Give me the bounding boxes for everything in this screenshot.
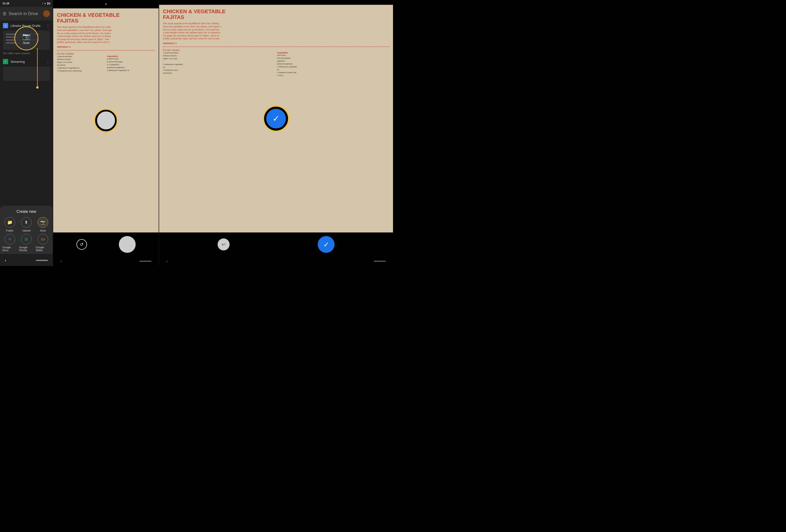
create-item-folder[interactable]: 📁 Folder xyxy=(2,217,17,232)
sheets-icon: + xyxy=(3,59,8,64)
create-item-sheets[interactable]: ⊞ Google Sheets xyxy=(19,234,33,252)
confirm-outer-ring: ✓ xyxy=(263,106,289,132)
rotate-icon: ↺ xyxy=(80,242,84,247)
sheets-icon-circle: ⊞ xyxy=(21,234,32,245)
recipe-ingredients-right: 1 pound boneless,skinless chickenthighs,… xyxy=(163,51,389,77)
preview-bottom-controls: ↩ ✓ xyxy=(159,232,393,256)
dotted-divider-center xyxy=(57,50,155,51)
create-new-grid: 📁 Folder ⬆ Upload 📷 Scan ≡ Google Docs ⊞… xyxy=(0,217,53,252)
done-checkmark-icon: ✓ xyxy=(323,240,329,249)
veg-header-right: Vegetables xyxy=(277,51,389,54)
home-pill-right[interactable] xyxy=(374,261,386,262)
chicken-section-center: For the Chicken xyxy=(57,52,155,55)
more-icon-lifewire[interactable]: ⋮ xyxy=(46,23,50,28)
battery-icon: ▮ xyxy=(49,2,50,4)
create-new-title: Create new xyxy=(0,209,53,214)
veg-ingredient-4: 1 tablespoon vegetable oil xyxy=(107,69,155,72)
scan-label-highlight: Scan xyxy=(23,41,29,45)
search-bar[interactable]: ☰ Search in Drive xyxy=(0,7,53,21)
back-button-right[interactable]: ‹ xyxy=(166,259,167,263)
drive-panel: 11:18 ᛒ ▲ ▐ ▮ ☰ Search in Drive ≡ Lifewi… xyxy=(0,0,53,266)
chicken-section-right: For the Chicken xyxy=(163,49,389,51)
bottom-nav-drive: ‹ xyxy=(0,254,53,266)
status-icons: ᛒ ▲ ▐ ▮ xyxy=(42,2,50,4)
shutter-inner-circle xyxy=(97,111,115,130)
veg-ingredient-1: p sliced onion xyxy=(107,57,155,61)
create-item-upload[interactable]: ⬆ Upload xyxy=(19,217,33,232)
upload-icon-circle: ⬆ xyxy=(21,217,32,228)
veg-r1: iced onion xyxy=(277,54,389,57)
signal-icon: ▐ xyxy=(47,2,48,4)
top-spacer-right xyxy=(159,0,393,5)
hamburger-icon[interactable]: ☰ xyxy=(3,11,6,16)
slides-icon-circle: ▭ xyxy=(38,234,48,245)
veg-ingredient-3: or 2 jalapeños,quartered lengthwise xyxy=(107,63,155,69)
chicken-ingredient-r2: 1 tablespoon vegetableoil xyxy=(163,63,275,69)
create-new-modal: Create new 📁 Folder ⬆ Upload 📷 Scan ≡ Go… xyxy=(0,206,53,254)
veg-r4: 1 tablespoon vegetableoil xyxy=(277,65,389,71)
bottom-nav-right: ‹ xyxy=(159,256,393,266)
veg-r5: 1 teaspoon kosher salt xyxy=(277,71,389,74)
chicken-ingredient-r3: ½ teaspoons tacoseasoning xyxy=(163,69,275,74)
chicken-ingredient-1: 1 pound bonelessskinless chickenthighs, … xyxy=(57,55,105,67)
back-button-drive[interactable]: ‹ xyxy=(5,258,6,263)
veg-r3: alapeños,artered lengthwise xyxy=(277,60,389,65)
checkmark-icon: ✓ xyxy=(273,114,280,124)
chicken-ingredient-2: 1 tablespoon vegetable oil xyxy=(57,67,105,69)
scan-icon-circle: 📷 xyxy=(38,217,48,228)
folder-label: Folder xyxy=(6,229,14,232)
confirm-button-overlay[interactable]: ✓ xyxy=(263,106,289,132)
bottom-nav-center: ‹ xyxy=(53,256,159,266)
back-button-center[interactable]: ‹ xyxy=(61,259,62,263)
recipe-content-center: CHICKEN & VEGETABLEFAJITAS This recipe a… xyxy=(53,8,159,76)
recipe-description-center: This recipe appeals to the lazy/efficien… xyxy=(57,26,155,44)
rotate-button[interactable]: ↺ xyxy=(76,239,87,250)
yellow-line xyxy=(37,48,38,86)
docs-label: Google Docs xyxy=(2,246,17,252)
folder-icon-circle: 📁 xyxy=(4,217,15,228)
undo-icon: ↩ xyxy=(222,241,226,247)
done-button[interactable]: ✓ xyxy=(318,236,334,253)
docs-icon-circle: ≡ xyxy=(4,234,15,245)
veg-r6: ½ teas... xyxy=(277,74,389,77)
create-item-docs[interactable]: ≡ Google Docs xyxy=(2,234,17,252)
create-item-slides[interactable]: ▭ Google Slides xyxy=(36,234,50,252)
recipe-col-veg-right: Vegetables iced onion iced bell pepper a… xyxy=(277,51,389,77)
scan-label: Scan xyxy=(40,229,46,232)
home-pill-center[interactable] xyxy=(139,261,152,262)
scan-viewport-center: CHICKEN & VEGETABLEFAJITAS This recipe a… xyxy=(53,8,159,232)
docs-icon: ≡ xyxy=(3,23,8,28)
home-pill-drive[interactable] xyxy=(36,260,48,261)
create-item-scan[interactable]: 📷 Scan xyxy=(36,217,50,232)
bluetooth-icon: ᛒ xyxy=(42,2,43,4)
chicken-ingredient-r1: 1 pound boneless,skinless chickenthighs,… xyxy=(163,51,275,63)
capture-button[interactable] xyxy=(119,236,136,253)
wifi-icon: ▲ xyxy=(44,2,46,4)
search-input[interactable]: Search in Drive xyxy=(9,11,41,16)
recipe-ingredients-center: 1 pound bonelessskinless chickenthighs, … xyxy=(57,55,155,72)
recipe-servings-center: SERVINGS: 6 xyxy=(57,46,155,48)
slides-label: Google Slides xyxy=(36,246,50,252)
confirm-inner-circle: ✓ xyxy=(266,109,286,129)
recipe-col-chicken: 1 pound bonelessskinless chickenthighs, … xyxy=(57,55,105,72)
avatar[interactable] xyxy=(43,10,50,17)
recipe-title-center: CHICKEN & VEGETABLEFAJITAS xyxy=(57,12,155,24)
status-bar: 11:18 ᛒ ▲ ▐ ▮ xyxy=(0,0,53,7)
scan-connector-line xyxy=(36,48,50,96)
undo-button[interactable]: ↩ xyxy=(217,238,230,250)
scan-preview-panel: CHICKEN & VEGETABLEFAJITAS This recipe a… xyxy=(159,0,393,266)
sheets-label: Google Sheets xyxy=(19,246,33,252)
camera-bottom-controls: ↺ xyxy=(53,232,159,256)
recipe-col-chicken-right: 1 pound boneless,skinless chickenthighs,… xyxy=(163,51,275,77)
scan-viewport-right: CHICKEN & VEGETABLEFAJITAS This recipe a… xyxy=(159,5,393,232)
status-time: 11:18 xyxy=(2,2,9,5)
chevron-icon-center[interactable]: ▾ xyxy=(53,0,159,8)
recipe-description-right: This recipe appeals to the lazy/efficien… xyxy=(163,22,389,40)
recipe-title-right: CHICKEN & VEGETABLEFAJITAS xyxy=(163,9,389,20)
recipe-content-right: CHICKEN & VEGETABLEFAJITAS This recipe a… xyxy=(159,5,393,81)
dotted-divider-right xyxy=(163,46,389,47)
shutter-button-overlay[interactable] xyxy=(94,109,118,133)
camera-icon-highlight: 📷 xyxy=(22,32,31,40)
yellow-dot xyxy=(36,86,39,89)
scan-highlight-circle: 📷 Scan xyxy=(15,26,38,50)
